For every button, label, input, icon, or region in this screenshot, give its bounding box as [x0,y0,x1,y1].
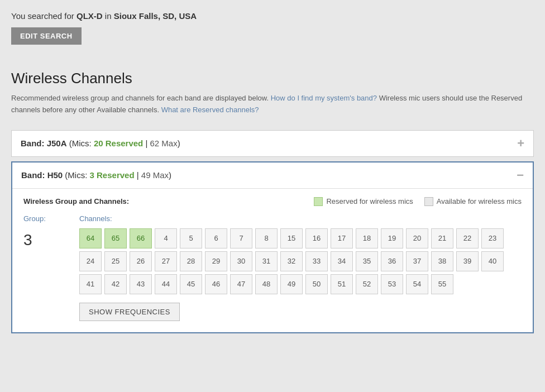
search-location: Sioux Falls, SD, USA [114,11,197,21]
band-j50a-mics-label: (Mics: [69,138,94,148]
channel-53: 53 [381,274,403,294]
band-j50a-toggle-icon: + [517,137,524,150]
channels-col: Channels: 64 65 66 4 5 6 7 8 15 16 17 [79,214,522,321]
channel-22: 22 [456,228,479,248]
channel-55: 55 [431,274,453,294]
band-h50: Band: H50 (Mics: 3 Reserved | 49 Max) − … [11,161,534,333]
channel-47: 47 [230,274,252,294]
band-h50-name: Band: H50 [21,170,63,180]
channel-37: 37 [406,251,428,271]
legend-available-box [424,197,433,206]
edit-search-button[interactable]: EDIT SEARCH [11,27,82,45]
channel-34: 34 [331,251,353,271]
band-j50a-title: Band: J50A (Mics: 20 Reserved | 62 Max) [21,138,180,148]
channel-31: 31 [255,251,278,271]
legend-reserved-item: Reserved for wireless mics [314,197,413,206]
legend-reserved-label: Reserved for wireless mics [326,197,413,205]
channel-27: 27 [155,251,177,271]
band-j50a: Band: J50A (Mics: 20 Reserved | 62 Max) … [11,130,534,157]
channel-33: 33 [305,251,328,271]
channel-18: 18 [356,228,378,248]
channel-19: 19 [381,228,403,248]
channel-40: 40 [481,251,504,271]
channel-49: 49 [280,274,303,294]
channel-45: 45 [180,274,202,294]
channel-24: 24 [79,251,102,271]
legend-reserved-box [314,197,323,206]
channel-36: 36 [381,251,403,271]
channel-51: 51 [331,274,353,294]
channel-50: 50 [305,274,328,294]
band-j50a-close-paren: ) [178,138,180,148]
channel-39: 39 [456,251,479,271]
band-h50-max: 49 Max [141,170,169,180]
channel-26: 26 [130,251,152,271]
band-h50-reserved: 3 Reserved [90,170,135,180]
channel-48: 48 [255,274,278,294]
legend-available-label: Available for wireless mics [437,197,522,205]
channel-25: 25 [104,251,127,271]
channel-44: 44 [155,274,177,294]
channel-15: 15 [280,228,303,248]
band-h50-mics-label: (Mics: [65,170,89,180]
group-number: 3 [23,228,68,249]
search-in: in [103,11,114,21]
section-title: Wireless Channels [11,70,534,87]
channel-43: 43 [130,274,152,294]
channel-46: 46 [205,274,227,294]
legend-items: Reserved for wireless mics Available for… [314,197,522,206]
group-col: Group: 3 [23,214,68,321]
group-col-label: Group: [23,214,68,223]
channel-4: 4 [155,228,177,248]
link-find-band[interactable]: How do I find my system's band? [271,94,377,102]
top-bar: You searched for QLX-D in Sioux Falls, S… [11,11,534,53]
legend-available-item: Available for wireless mics [424,197,522,206]
band-j50a-max: 62 Max [150,138,178,148]
band-h50-header[interactable]: Band: H50 (Mics: 3 Reserved | 49 Max) − [12,162,533,188]
band-j50a-header[interactable]: Band: J50A (Mics: 20 Reserved | 62 Max) … [12,131,533,156]
band-h50-title: Band: H50 (Mics: 3 Reserved | 49 Max) [21,170,171,180]
channel-23: 23 [481,228,504,248]
band-j50a-name: Band: J50A [21,138,67,148]
channels-section: Group: 3 Channels: 64 65 66 4 5 6 7 8 [23,214,522,321]
search-product: QLX-D [77,11,103,21]
channels-grid: 64 65 66 4 5 6 7 8 15 16 17 18 19 20 [79,228,522,294]
channel-64: 64 [79,228,102,248]
legend-group-channels-label: Wireless Group and Channels: [23,197,129,205]
channel-30: 30 [230,251,252,271]
section-description: Recommended wireless group and channels … [11,93,534,116]
search-info: You searched for QLX-D in Sioux Falls, S… [11,11,534,21]
channel-38: 38 [431,251,453,271]
channel-16: 16 [305,228,328,248]
channel-5: 5 [180,228,202,248]
band-h50-toggle-icon: − [517,169,524,181]
channel-52: 52 [356,274,378,294]
channel-42: 42 [104,274,127,294]
channel-7: 7 [230,228,252,248]
channel-17: 17 [331,228,353,248]
channel-6: 6 [205,228,227,248]
channel-66: 66 [130,228,152,248]
channel-41: 41 [79,274,102,294]
channel-28: 28 [180,251,202,271]
search-prefix: You searched for [11,11,77,21]
legend-row: Wireless Group and Channels: Reserved fo… [23,197,522,206]
channel-20: 20 [406,228,428,248]
show-frequencies-button[interactable]: SHOW FREQUENCIES [79,303,180,321]
channel-35: 35 [356,251,378,271]
band-h50-close-paren: ) [169,170,171,180]
channel-8: 8 [255,228,278,248]
band-h50-sep: | [135,170,141,180]
desc-part1: Recommended wireless group and channels … [11,94,271,102]
channels-col-label: Channels: [79,214,522,223]
channel-65: 65 [104,228,127,248]
band-j50a-sep: | [143,138,150,148]
band-j50a-reserved: 20 Reserved [94,138,143,148]
channel-32: 32 [280,251,303,271]
main-content: Wireless Channels Recommended wireless g… [11,70,534,333]
band-h50-body: Wireless Group and Channels: Reserved fo… [12,188,533,332]
link-reserved-channels[interactable]: What are Reserved channels? [161,106,259,114]
channel-29: 29 [205,251,227,271]
channel-54: 54 [406,274,428,294]
channel-21: 21 [431,228,453,248]
